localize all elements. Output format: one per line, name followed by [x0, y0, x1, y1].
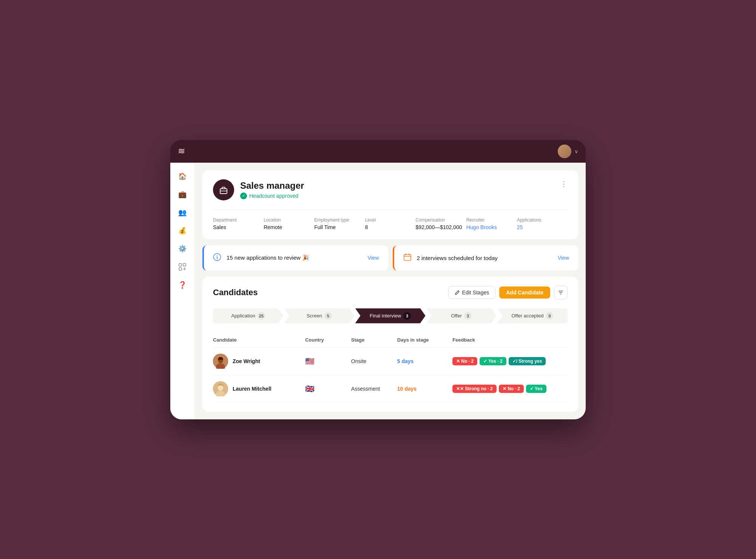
employment-type-label: Employment type — [314, 217, 365, 223]
interviews-alert-text: 2 interviews scheduled for today — [417, 255, 498, 261]
info-icon — [213, 253, 221, 263]
job-header-card: Sales manager ✓ Headcount approved ⋮ Dep… — [202, 170, 578, 239]
sidebar-item-add-module[interactable] — [175, 259, 190, 274]
interviews-alert: 2 interviews scheduled for today View — [393, 245, 579, 271]
svg-rect-2 — [179, 268, 182, 270]
job-title: Sales manager — [240, 180, 304, 191]
applications-value[interactable]: 25 — [517, 224, 568, 230]
lauren-feedback-yes: ✓ Yes — [526, 385, 546, 393]
add-candidate-label: Add Candidate — [506, 290, 543, 296]
briefcase-icon — [219, 185, 228, 195]
stage-offer[interactable]: Offer 3 — [426, 308, 497, 323]
recruiter-value[interactable]: Hugo Brooks — [466, 224, 517, 230]
compensation-label: Compensation — [416, 217, 466, 223]
candidate-info-zoe: Zoe Wright — [213, 354, 305, 369]
svg-rect-10 — [404, 254, 411, 260]
sidebar-item-candidates[interactable]: 👥 — [175, 205, 190, 220]
location-label: Location — [264, 217, 314, 223]
avatar-zoe-img — [213, 354, 228, 369]
edit-stages-button[interactable]: Edit Stages — [448, 286, 496, 299]
sidebar-item-jobs[interactable]: 💼 — [175, 187, 190, 202]
more-menu-button[interactable]: ⋮ — [560, 179, 568, 188]
chevron-down-icon[interactable]: ∨ — [574, 148, 578, 154]
sidebar-item-home[interactable]: 🏠 — [175, 169, 190, 184]
lauren-feedback-no: ✕ No · 2 — [499, 385, 524, 393]
table-row[interactable]: Zoe Wright 🇺🇸 Onsite 5 days ✕ No · 2 ✓ Y… — [213, 348, 568, 375]
svg-point-9 — [217, 255, 218, 256]
sidebar-item-help[interactable]: ❓ — [175, 277, 190, 293]
interviews-alert-left: 2 interviews scheduled for today — [403, 253, 498, 263]
sidebar-item-settings[interactable]: ⚙️ — [175, 241, 190, 256]
candidates-title: Candidates — [213, 288, 258, 297]
headcount-status: Headcount approved — [249, 193, 298, 199]
lauren-feedback: ✕✕ Strong no · 2 ✕ No · 2 ✓ Yes — [452, 385, 568, 393]
content-area: Sales manager ✓ Headcount approved ⋮ Dep… — [195, 163, 586, 419]
candidate-name-lauren: Lauren Mitchell — [233, 386, 272, 392]
candidates-card: Candidates Edit Stages Add Candidate — [202, 277, 578, 412]
stage-screen[interactable]: Screen 5 — [284, 308, 354, 323]
stage-offer-accepted[interactable]: Offer accepted 0 — [497, 308, 568, 323]
table-row[interactable]: Lauren Mitchell 🇬🇧 Assessment 10 days ✕✕… — [213, 375, 568, 403]
zoe-days: 5 days — [397, 358, 452, 364]
add-candidate-button[interactable]: Add Candidate — [499, 286, 550, 299]
applications-alert-left: 15 new applications to review 🎉 — [213, 253, 309, 263]
avatar[interactable] — [558, 145, 571, 158]
applications-alert-text: 15 new applications to review 🎉 — [227, 254, 309, 261]
stage-offer-label: Offer — [451, 313, 462, 319]
stage-application[interactable]: Application 25 — [213, 308, 283, 323]
stage-offer-accepted-count: 0 — [546, 312, 553, 320]
device-frame: ≋ ∨ 🏠 💼 👥 💰 ⚙️ — [170, 140, 586, 419]
top-bar: ≋ ∨ — [170, 140, 586, 163]
level-label: Level — [365, 217, 415, 223]
candidates-table: Candidate Country Stage Days in stage Fe… — [213, 334, 568, 403]
svg-rect-0 — [179, 263, 182, 266]
applications-item: Applications 25 — [517, 217, 568, 230]
stage-final-interview[interactable]: Final interview 3 — [355, 308, 425, 323]
job-title-info: Sales manager ✓ Headcount approved — [240, 180, 304, 199]
lauren-stage: Assessment — [351, 386, 397, 392]
applications-alert-view-link[interactable]: View — [367, 255, 379, 261]
job-details-row: Department Sales Location Remote Employm… — [213, 209, 568, 230]
filter-button[interactable] — [554, 286, 568, 299]
compensation-item: Compensation $92,000—$102,000 — [416, 217, 466, 230]
zoe-feedback-strong-yes: ✓/ Strong yes — [509, 357, 546, 365]
employment-type-item: Employment type Full Time — [314, 217, 365, 230]
check-icon: ✓ — [240, 192, 247, 199]
header-candidate: Candidate — [213, 337, 305, 343]
edit-stages-label: Edit Stages — [462, 290, 489, 296]
stage-screen-count: 5 — [324, 312, 332, 320]
lauren-country: 🇬🇧 — [305, 384, 351, 393]
alerts-row: 15 new applications to review 🎉 View — [202, 245, 578, 271]
zoe-flag: 🇺🇸 — [305, 357, 315, 365]
avatar-image — [558, 145, 571, 158]
add-module-icon — [179, 263, 186, 271]
top-bar-right: ∨ — [558, 145, 578, 158]
level-item: Level 8 — [365, 217, 415, 230]
info-circle-icon — [213, 253, 221, 261]
stage-offer-accepted-label: Offer accepted — [511, 313, 543, 319]
stage-final-interview-count: 3 — [403, 312, 411, 320]
zoe-feedback-no: ✕ No · 2 — [452, 357, 477, 365]
headcount-badge: ✓ Headcount approved — [240, 192, 304, 199]
lauren-days: 10 days — [397, 386, 452, 392]
stage-application-count: 25 — [258, 312, 265, 320]
svg-rect-1 — [183, 263, 186, 266]
stage-final-interview-label: Final interview — [370, 313, 401, 319]
header-feedback: Feedback — [452, 337, 568, 343]
lauren-feedback-strong-no: ✕✕ Strong no · 2 — [452, 385, 497, 393]
main-layout: 🏠 💼 👥 💰 ⚙️ ❓ — [170, 163, 586, 419]
recruiter-item: Recruiter Hugo Brooks — [466, 217, 517, 230]
avatar-zoe — [213, 354, 228, 369]
applications-alert: 15 new applications to review 🎉 View — [202, 245, 388, 271]
interviews-alert-view-link[interactable]: View — [558, 255, 569, 261]
sidebar-item-compensation[interactable]: 💰 — [175, 223, 190, 238]
candidates-header: Candidates Edit Stages Add Candidate — [213, 286, 568, 299]
zoe-country: 🇺🇸 — [305, 357, 351, 366]
calendar-svg-icon — [403, 253, 412, 261]
zoe-feedback-yes: ✓ Yes · 2 — [480, 357, 506, 365]
location-value: Remote — [264, 224, 314, 230]
stage-offer-count: 3 — [464, 312, 472, 320]
applications-label: Applications — [517, 217, 568, 223]
sidebar: 🏠 💼 👥 💰 ⚙️ ❓ — [170, 163, 195, 419]
department-value: Sales — [213, 224, 264, 230]
